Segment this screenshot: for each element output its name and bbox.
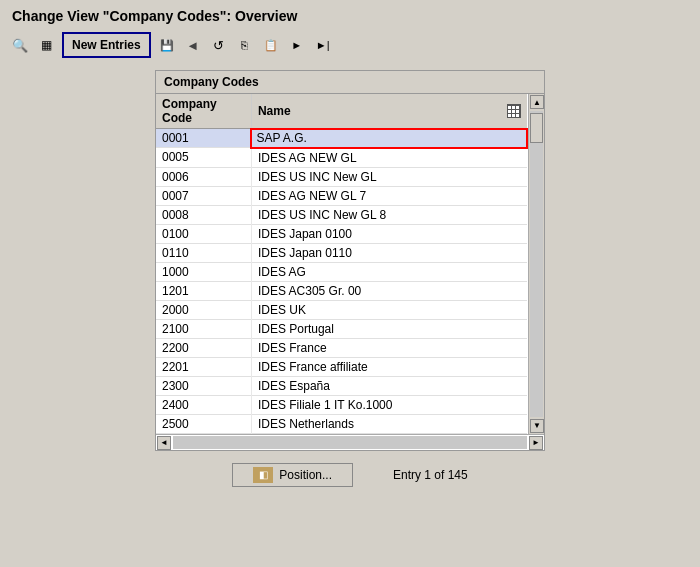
back-icon: ◄ [186, 38, 199, 53]
scroll-down-button[interactable]: ▼ [530, 419, 544, 433]
table-row[interactable]: 2201IDES France affiliate [156, 357, 527, 376]
table-icon: ▦ [41, 38, 52, 52]
table-with-scrollbar: Company Code Name [156, 94, 544, 434]
table-row[interactable]: 0110IDES Japan 0110 [156, 243, 527, 262]
paste-button[interactable]: 📋 [259, 33, 283, 57]
cell-company-code: 0110 [156, 243, 251, 262]
scroll-right-button[interactable]: ► [529, 436, 543, 450]
undo-button[interactable]: ↺ [207, 33, 231, 57]
table-row[interactable]: 2400IDES Filiale 1 IT Ko.1000 [156, 395, 527, 414]
position-button[interactable]: ◧ Position... [232, 463, 353, 487]
cell-company-code: 0008 [156, 205, 251, 224]
table-row[interactable]: 2300IDES España [156, 376, 527, 395]
scroll-left-button[interactable]: ◄ [157, 436, 171, 450]
cell-company-code: 0001 [156, 129, 251, 148]
name-header-with-icon: Name [258, 104, 521, 118]
table-row[interactable]: 1201IDES AC305 Gr. 00 [156, 281, 527, 300]
cell-company-code: 1201 [156, 281, 251, 300]
h-scroll-track [173, 436, 527, 449]
table-row[interactable]: 0100IDES Japan 0100 [156, 224, 527, 243]
forward-button[interactable]: ► [285, 33, 309, 57]
cell-company-name: IDES France [251, 338, 527, 357]
cell-company-code: 1000 [156, 262, 251, 281]
cell-company-code: 0006 [156, 167, 251, 186]
table-row[interactable]: 2500IDES Netherlands [156, 414, 527, 433]
company-codes-table-container: Company Codes Company Code Na [155, 70, 545, 451]
title-text: Change View "Company Codes": Overview [12, 8, 297, 24]
col-header-name: Name [251, 94, 527, 129]
cell-company-code: 2000 [156, 300, 251, 319]
table-row[interactable]: 0006IDES US INC New GL [156, 167, 527, 186]
cell-company-name: IDES AG NEW GL [251, 148, 527, 168]
cell-company-code: 0100 [156, 224, 251, 243]
toolbar: 🔍 ▦ New Entries 💾 ◄ ↺ ⎘ 📋 ► ►| [0, 28, 700, 62]
copy-icon: ⎘ [241, 39, 248, 51]
scroll-thumb[interactable] [530, 113, 543, 143]
main-window: Change View "Company Codes": Overview 🔍 … [0, 0, 700, 567]
cell-company-code: 2500 [156, 414, 251, 433]
table-row[interactable]: 0007IDES AG NEW GL 7 [156, 186, 527, 205]
table-row[interactable]: 0001SAP A.G. [156, 129, 527, 148]
cell-company-name: IDES Japan 0100 [251, 224, 527, 243]
table-row[interactable]: 0008IDES US INC New GL 8 [156, 205, 527, 224]
table-row[interactable]: 1000IDES AG [156, 262, 527, 281]
undo-icon: ↺ [213, 38, 224, 53]
cell-company-name: IDES US INC New GL 8 [251, 205, 527, 224]
entry-info: Entry 1 of 145 [393, 468, 468, 482]
save-button[interactable]: 💾 [155, 33, 179, 57]
cell-company-name: IDES Filiale 1 IT Ko.1000 [251, 395, 527, 414]
cell-company-code: 2100 [156, 319, 251, 338]
column-settings-icon[interactable] [507, 104, 521, 118]
cell-company-name: IDES AC305 Gr. 00 [251, 281, 527, 300]
next-page-button[interactable]: ►| [311, 33, 335, 57]
cell-company-name: IDES AG NEW GL 7 [251, 186, 527, 205]
content-area: Company Codes Company Code Na [0, 62, 700, 567]
cell-company-code: 2300 [156, 376, 251, 395]
cell-company-name: IDES España [251, 376, 527, 395]
forward-icon: ► [291, 39, 302, 51]
cell-company-code: 2400 [156, 395, 251, 414]
table-row[interactable]: 0005IDES AG NEW GL [156, 148, 527, 168]
table-button[interactable]: ▦ [34, 33, 58, 57]
new-entries-label: New Entries [72, 38, 141, 52]
save-icon: 💾 [160, 39, 174, 52]
cell-company-code: 0005 [156, 148, 251, 168]
data-table: Company Code Name [156, 94, 528, 434]
next-page-icon: ►| [316, 39, 330, 51]
bottom-area: ◧ Position... Entry 1 of 145 [232, 451, 467, 487]
table-row[interactable]: 2100IDES Portugal [156, 319, 527, 338]
table-scroll-area: Company Code Name [156, 94, 528, 434]
copy-button[interactable]: ⎘ [233, 33, 257, 57]
position-icon-symbol: ◧ [259, 469, 268, 480]
glasses-button[interactable]: 🔍 [8, 33, 32, 57]
window-title: Change View "Company Codes": Overview [0, 0, 700, 28]
cell-company-name: SAP A.G. [251, 129, 527, 148]
cell-company-name: IDES UK [251, 300, 527, 319]
glasses-icon: 🔍 [12, 38, 28, 53]
paste-icon: 📋 [264, 39, 278, 52]
position-button-label: Position... [279, 468, 332, 482]
table-row[interactable]: 2200IDES France [156, 338, 527, 357]
table-section-title: Company Codes [156, 71, 544, 94]
new-entries-button[interactable]: New Entries [62, 32, 151, 58]
cell-company-name: IDES Portugal [251, 319, 527, 338]
cell-company-name: IDES AG [251, 262, 527, 281]
table-body: 0001SAP A.G.0005IDES AG NEW GL0006IDES U… [156, 129, 527, 434]
cell-company-code: 2201 [156, 357, 251, 376]
scroll-track [530, 111, 543, 417]
cell-company-name: IDES France affiliate [251, 357, 527, 376]
vertical-scrollbar[interactable]: ▲ ▼ [528, 94, 544, 434]
cell-company-name: IDES US INC New GL [251, 167, 527, 186]
cell-company-name: IDES Japan 0110 [251, 243, 527, 262]
position-button-icon: ◧ [253, 467, 273, 483]
horizontal-scrollbar[interactable]: ◄ ► [156, 434, 544, 450]
cell-company-code: 2200 [156, 338, 251, 357]
scroll-up-button[interactable]: ▲ [530, 95, 544, 109]
col-header-code: Company Code [156, 94, 251, 129]
table-header-row: Company Code Name [156, 94, 527, 129]
cell-company-code: 0007 [156, 186, 251, 205]
table-row[interactable]: 2000IDES UK [156, 300, 527, 319]
cell-company-name: IDES Netherlands [251, 414, 527, 433]
back-button[interactable]: ◄ [181, 33, 205, 57]
